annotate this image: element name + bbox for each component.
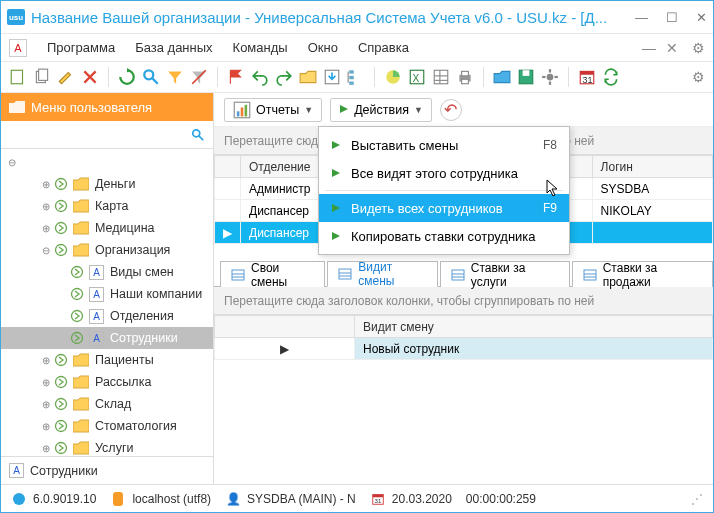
- arrow-circle-icon: [53, 220, 69, 236]
- toolbar-copy-icon[interactable]: [33, 68, 51, 86]
- toolbar-refresh-icon[interactable]: [118, 68, 136, 86]
- toolbar-calendar-icon[interactable]: 31: [578, 68, 596, 86]
- minimize-button[interactable]: —: [635, 10, 648, 25]
- toolbar-save-icon[interactable]: [517, 68, 535, 86]
- actions-menu-item[interactable]: Выставить сменыF8: [319, 131, 569, 159]
- tab[interactable]: Свои смены: [220, 261, 325, 287]
- menubar-dash-icon[interactable]: —: [642, 40, 656, 56]
- menubar: A Программа База данных Команды Окно Спр…: [1, 33, 713, 61]
- toolbar-search-icon[interactable]: [142, 68, 160, 86]
- toolbar-print-icon[interactable]: [456, 68, 474, 86]
- close-button[interactable]: ✕: [696, 10, 707, 25]
- tree-folder[interactable]: ⊖Организация: [1, 239, 213, 261]
- menubar-gear-icon[interactable]: ⚙: [692, 40, 705, 56]
- tree-folder[interactable]: ⊕Медицина: [1, 217, 213, 239]
- main-panel: Отчеты ▼ Действия ▼ ↶ Выставить сменыF8В…: [214, 93, 713, 484]
- cell[interactable]: [592, 222, 712, 244]
- tab-label: Ставки за продажи: [603, 261, 702, 289]
- tree-folder[interactable]: ⊕Пациенты: [1, 349, 213, 371]
- status-version: 6.0.9019.10: [33, 492, 96, 506]
- column-header[interactable]: Логин: [592, 156, 712, 178]
- row-indicator: [215, 178, 241, 200]
- svg-point-38: [72, 289, 83, 300]
- toolbar-redo-icon[interactable]: [275, 68, 293, 86]
- actions-button[interactable]: Действия ▼: [330, 98, 432, 122]
- menu-window[interactable]: Окно: [300, 36, 346, 59]
- tree-item[interactable]: AОтделения: [1, 305, 213, 327]
- tree-root[interactable]: ⊖: [1, 151, 213, 173]
- toolbar-excel-icon[interactable]: X: [408, 68, 426, 86]
- tab[interactable]: Видит смены: [327, 261, 438, 287]
- play-icon: [331, 201, 341, 216]
- tree-folder[interactable]: ⊕Карта: [1, 195, 213, 217]
- back-button[interactable]: ↶: [440, 99, 462, 121]
- arrow-circle-icon: [53, 242, 69, 258]
- sees-shifts-grid[interactable]: Видит смену▶Новый сотрудник: [214, 315, 713, 360]
- sidebar-search[interactable]: [1, 121, 213, 149]
- table-icon: [583, 268, 597, 282]
- svg-point-36: [56, 245, 67, 256]
- toolbar-pie-icon[interactable]: [384, 68, 402, 86]
- tree-folder[interactable]: ⊕Стоматология: [1, 415, 213, 437]
- tree-folder[interactable]: ⊕Деньги: [1, 173, 213, 195]
- toolbar-import-icon[interactable]: [323, 68, 341, 86]
- tree-item[interactable]: AНаши компании: [1, 283, 213, 305]
- language-badge-icon[interactable]: A: [9, 39, 27, 57]
- toolbar-flag-icon[interactable]: [227, 68, 245, 86]
- toolbar-settings-icon[interactable]: ⚙: [692, 69, 705, 85]
- menu-program[interactable]: Программа: [39, 36, 123, 59]
- cell[interactable]: Новый сотрудник: [355, 338, 713, 360]
- menubar-close-icon[interactable]: ✕: [666, 40, 678, 56]
- menu-help[interactable]: Справка: [350, 36, 417, 59]
- database-icon: [110, 491, 126, 507]
- tree-folder[interactable]: ⊕Услуги: [1, 437, 213, 456]
- reports-icon: [233, 101, 251, 119]
- table-row[interactable]: ▶Новый сотрудник: [215, 338, 713, 360]
- toolbar-tree-icon[interactable]: [347, 68, 365, 86]
- folder-icon: [73, 199, 89, 213]
- actions-dropdown: Выставить сменыF8Все видят этого сотрудн…: [318, 126, 570, 255]
- app-logo-icon: usu: [7, 9, 25, 25]
- tree-folder[interactable]: ⊕Склад: [1, 393, 213, 415]
- tree-folder[interactable]: ⊕Рассылка: [1, 371, 213, 393]
- tree-item[interactable]: AСотрудники: [1, 327, 213, 349]
- menu-item-label: Копировать ставки сотрудника: [351, 229, 547, 244]
- folder-icon: [73, 353, 89, 367]
- row-indicator-header: [215, 156, 241, 178]
- tab[interactable]: Ставки за продажи: [572, 261, 713, 287]
- row-indicator: ▶: [215, 338, 355, 360]
- toolbar-edit-icon[interactable]: [57, 68, 75, 86]
- toolbar-filter-icon[interactable]: [166, 68, 184, 86]
- actions-menu-item[interactable]: Все видят этого сотрудника: [319, 159, 569, 187]
- toolbar-folder-open-icon[interactable]: [493, 68, 511, 86]
- actions-menu-item[interactable]: Видеть всех сотрудниковF9: [319, 194, 569, 222]
- tree-label: Наши компании: [110, 287, 202, 301]
- toolbar-sync-icon[interactable]: [602, 68, 620, 86]
- toolbar-open-icon[interactable]: [299, 68, 317, 86]
- svg-point-40: [72, 333, 83, 344]
- cell[interactable]: NIKOLAY: [592, 200, 712, 222]
- toolbar-new-icon[interactable]: [9, 68, 27, 86]
- toolbar-delete-icon[interactable]: [81, 68, 99, 86]
- sidebar-bottom-tab[interactable]: A Сотрудники: [1, 456, 213, 484]
- actions-menu-item[interactable]: Копировать ставки сотрудника: [319, 222, 569, 250]
- status-resize-grip-icon[interactable]: ⋰: [691, 492, 703, 506]
- tree-item[interactable]: AВиды смен: [1, 261, 213, 283]
- cell[interactable]: SYSDBA: [592, 178, 712, 200]
- menu-database[interactable]: База данных: [127, 36, 220, 59]
- titlebar: usu Название Вашей организации - Универс…: [1, 1, 713, 33]
- folder-icon: [73, 441, 89, 455]
- toolbar-undo-icon[interactable]: [251, 68, 269, 86]
- tab[interactable]: Ставки за услуги: [440, 261, 570, 287]
- maximize-button[interactable]: ☐: [666, 10, 678, 25]
- toolbar-gear-icon[interactable]: [541, 68, 559, 86]
- toolbar-nofilter-icon[interactable]: [190, 68, 208, 86]
- column-header[interactable]: Видит смену: [355, 316, 713, 338]
- toolbar-grid-icon[interactable]: [432, 68, 450, 86]
- reports-button[interactable]: Отчеты ▼: [224, 98, 322, 122]
- arrow-circle-icon: [53, 176, 69, 192]
- status-timer: 00:00:00:259: [466, 492, 536, 506]
- menu-commands[interactable]: Команды: [225, 36, 296, 59]
- svg-rect-49: [241, 107, 244, 116]
- svg-point-45: [56, 443, 67, 454]
